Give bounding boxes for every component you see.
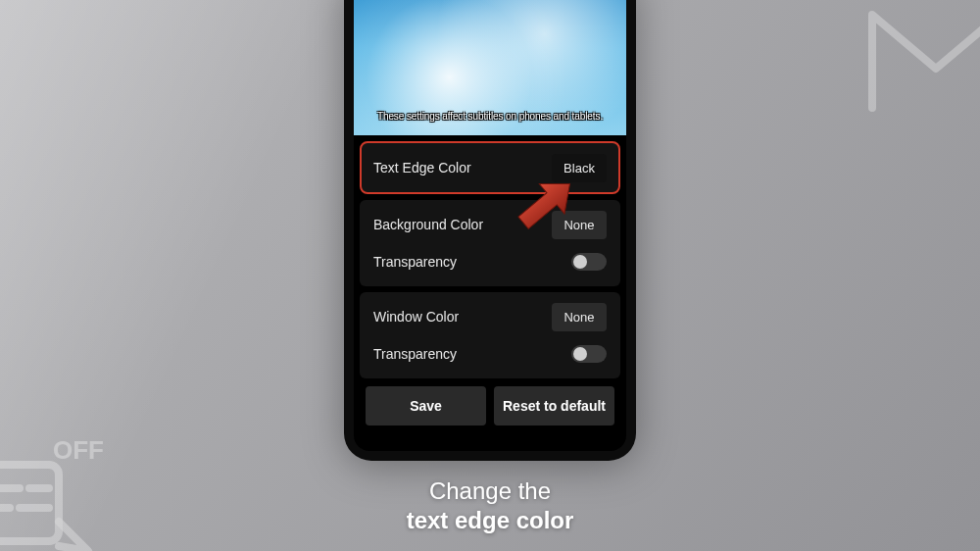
instruction-caption: Change the text edge color: [407, 476, 574, 535]
caption-line-2: text edge color: [407, 506, 574, 535]
subtitle-preview: These settings affect subtitles on phone…: [354, 0, 626, 135]
background-transparency-toggle[interactable]: [571, 253, 607, 271]
setting-background-color: Background Color None Transparency: [360, 200, 620, 286]
caption-line-1: Change the: [429, 477, 551, 504]
setting-text-edge-color[interactable]: Text Edge Color Black: [360, 141, 620, 194]
watermark-top-right-icon: [853, 0, 980, 137]
text-edge-color-label: Text Edge Color: [373, 160, 471, 175]
phone-frame: These settings affect subtitles on phone…: [344, 0, 636, 461]
background-color-row[interactable]: Background Color None: [373, 210, 607, 239]
subtitle-sample-text: These settings affect subtitles on phone…: [377, 111, 603, 122]
save-button[interactable]: Save: [366, 386, 486, 426]
svg-text:OFF: OFF: [53, 435, 104, 465]
stage: OFF These settings affect subtitles on p…: [0, 0, 980, 551]
footer-buttons: Save Reset to default: [360, 386, 620, 426]
background-color-value[interactable]: None: [552, 211, 607, 239]
background-transparency-row[interactable]: Transparency: [373, 247, 607, 276]
window-color-row[interactable]: Window Color None: [373, 302, 607, 331]
setting-window-color: Window Color None Transparency: [360, 292, 620, 378]
text-edge-color-value[interactable]: Black: [552, 154, 607, 182]
background-color-label: Background Color: [373, 217, 483, 232]
window-color-label: Window Color: [373, 309, 459, 325]
window-transparency-label: Transparency: [373, 346, 457, 362]
window-transparency-toggle[interactable]: [571, 345, 607, 363]
watermark-bottom-left-icon: OFF: [0, 424, 167, 551]
phone-screen: These settings affect subtitles on phone…: [354, 0, 626, 451]
settings-list: Text Edge Color Black Background Color N…: [354, 135, 626, 431]
background-transparency-label: Transparency: [373, 254, 457, 270]
window-color-value[interactable]: None: [552, 303, 607, 331]
reset-button[interactable]: Reset to default: [494, 386, 614, 426]
window-transparency-row[interactable]: Transparency: [373, 339, 607, 369]
